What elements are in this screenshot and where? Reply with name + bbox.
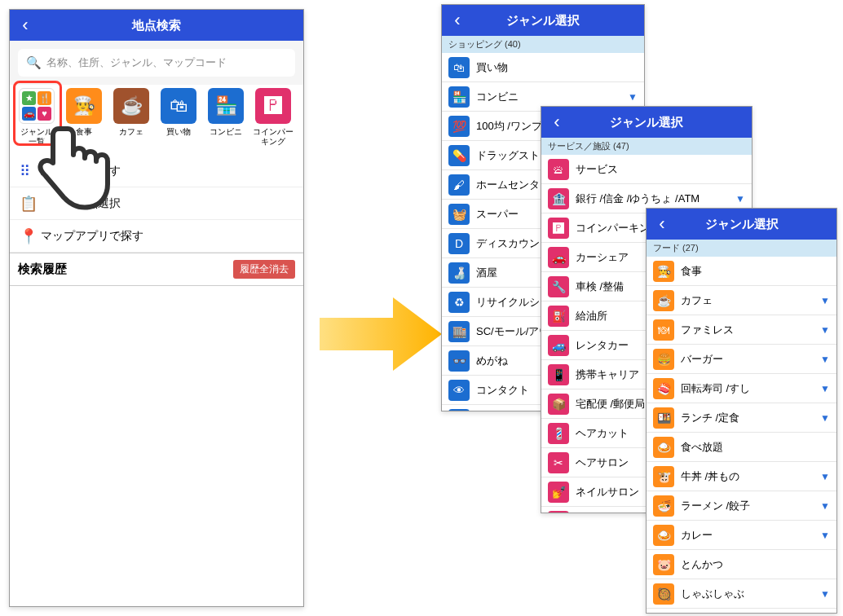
item-icon: 🅿︎ bbox=[548, 218, 569, 239]
menu-row[interactable]: 📋 点選択 bbox=[10, 187, 303, 220]
menu-icon: 📍 bbox=[20, 227, 41, 245]
category-tile[interactable]: 🏪コンビニ bbox=[204, 88, 248, 147]
item-label: ディスカウント bbox=[476, 236, 550, 251]
category-label: ジャンル 一覧 bbox=[20, 127, 53, 147]
list-item[interactable]: 👨‍🍳食事 bbox=[647, 257, 836, 286]
list-item[interactable]: 🐮牛丼 /丼もの▼ bbox=[647, 462, 836, 491]
menu-icon: 📋 bbox=[20, 195, 41, 213]
search-placeholder: 名称、住所、ジャンル、マップコード bbox=[46, 55, 227, 70]
item-label: ファミレス bbox=[681, 323, 734, 337]
item-icon: ☕ bbox=[653, 290, 674, 311]
item-label: コンビニ bbox=[476, 90, 519, 104]
section-label: ショッピング (40) bbox=[442, 36, 644, 53]
list-item[interactable]: 🍛カレー▼ bbox=[647, 521, 836, 550]
chevron-down-icon[interactable]: ▼ bbox=[820, 354, 830, 365]
list-item[interactable]: 🍣回転寿司 /すし▼ bbox=[647, 374, 836, 403]
list-item[interactable]: 🍜ラーメン /餃子▼ bbox=[647, 491, 836, 521]
category-tile[interactable]: ★🍴🚗♥ジャンル 一覧 bbox=[15, 88, 59, 147]
item-label: めがね bbox=[476, 354, 508, 368]
chevron-down-icon[interactable]: ▼ bbox=[628, 91, 638, 103]
chevron-down-icon[interactable]: ▼ bbox=[820, 471, 830, 482]
category-tile[interactable]: ☕カフェ bbox=[109, 88, 153, 147]
item-icon: 🐡 bbox=[653, 613, 674, 614]
category-icon: 🏪 bbox=[208, 88, 244, 124]
list-item[interactable]: 🛎サービス bbox=[541, 155, 752, 184]
menu-label: マップアプリで探す bbox=[41, 229, 143, 244]
chevron-down-icon[interactable]: ▼ bbox=[820, 500, 830, 512]
item-label: 車検 /整備 bbox=[576, 279, 624, 294]
search-icon: 🔍 bbox=[26, 55, 42, 70]
header: ‹ ジャンル選択 bbox=[647, 209, 836, 240]
header: ‹ ジャンル選択 bbox=[541, 107, 752, 138]
category-label: 食事 bbox=[76, 127, 92, 137]
item-label: コンタクト bbox=[476, 383, 529, 398]
menu-row[interactable]: 📍マップアプリで探す bbox=[10, 220, 303, 253]
list-item[interactable]: 🐡ふぐ bbox=[647, 609, 836, 613]
category-label: コインパーキング bbox=[251, 127, 295, 147]
search-input[interactable]: 🔍 名称、住所、ジャンル、マップコード bbox=[18, 49, 295, 77]
back-button[interactable]: ‹ bbox=[10, 10, 41, 41]
item-icon: 🚗 bbox=[548, 247, 569, 268]
menu-row[interactable]: ⠿連 で探す bbox=[10, 155, 303, 187]
header: ‹ 地点検索 bbox=[10, 10, 303, 41]
arrow-icon bbox=[320, 293, 442, 375]
item-icon: ⛽ bbox=[548, 306, 569, 327]
category-scroller[interactable]: ★🍴🚗♥ジャンル 一覧👨‍🍳食事☕カフェ🛍買い物🏪コンビニ🅿︎コインパーキング bbox=[10, 85, 303, 155]
item-label: 銀行 /信金 /ゆうちょ /ATM bbox=[576, 191, 700, 206]
menu-label: 点選択 bbox=[41, 196, 121, 211]
item-label: ホームセンター bbox=[476, 178, 550, 192]
list-item[interactable]: 🛍買い物 bbox=[442, 53, 644, 82]
category-tile[interactable]: 👨‍🍳食事 bbox=[62, 88, 106, 147]
category-tile[interactable]: 🛍買い物 bbox=[157, 88, 201, 147]
chevron-down-icon[interactable]: ▼ bbox=[820, 295, 830, 306]
item-label: レンタカー bbox=[576, 338, 629, 353]
item-label: 牛丼 /丼もの bbox=[681, 469, 739, 484]
item-icon: 🍣 bbox=[653, 378, 674, 399]
item-icon: 🍽 bbox=[653, 319, 674, 341]
category-icon: ☕ bbox=[113, 88, 149, 124]
item-icon: 🍛 bbox=[653, 437, 674, 458]
item-label: 宅配便 /郵便局 bbox=[576, 397, 645, 411]
item-label: 酒屋 bbox=[476, 266, 497, 280]
category-icon: 🅿︎ bbox=[255, 88, 291, 124]
item-icon: 🛎 bbox=[548, 159, 569, 180]
chevron-down-icon[interactable]: ▼ bbox=[820, 530, 830, 541]
item-label: ヘアカット bbox=[576, 426, 629, 441]
item-icon: 🏬 bbox=[448, 321, 470, 342]
category-icon: 👨‍🍳 bbox=[66, 88, 102, 124]
item-icon: 🎩 bbox=[548, 511, 569, 513]
list-item[interactable]: 🍛食べ放題 bbox=[647, 433, 836, 462]
list-item[interactable]: ☕カフェ▼ bbox=[647, 286, 836, 315]
back-button[interactable]: ‹ bbox=[647, 209, 677, 240]
page-title: ジャンル選択 bbox=[541, 115, 752, 130]
list-item[interactable]: 🍔バーガー▼ bbox=[647, 345, 836, 374]
clear-history-button[interactable]: 履歴全消去 bbox=[233, 260, 295, 279]
category-label: 買い物 bbox=[166, 127, 191, 137]
item-icon: ♻︎ bbox=[448, 292, 470, 313]
chevron-down-icon[interactable]: ▼ bbox=[820, 324, 830, 336]
chevron-down-icon[interactable]: ▼ bbox=[735, 193, 745, 205]
chevron-down-icon[interactable]: ▼ bbox=[820, 588, 830, 600]
item-icon: D bbox=[448, 233, 470, 254]
item-icon: 📦 bbox=[548, 394, 569, 415]
back-button[interactable]: ‹ bbox=[541, 107, 572, 138]
section-label: サービス／施設 (47) bbox=[541, 138, 752, 155]
list-item[interactable]: 🍱ランチ /定食▼ bbox=[647, 403, 836, 433]
list-item[interactable]: 🍽ファミレス▼ bbox=[647, 315, 836, 345]
item-list[interactable]: 👨‍🍳食事☕カフェ▼🍽ファミレス▼🍔バーガー▼🍣回転寿司 /すし▼🍱ランチ /定… bbox=[647, 257, 836, 613]
item-label: ドラッグストア bbox=[476, 148, 550, 163]
item-icon: ✂︎ bbox=[548, 452, 569, 473]
back-button[interactable]: ‹ bbox=[442, 5, 473, 36]
item-icon: 🍜 bbox=[653, 495, 674, 517]
list-item[interactable]: 🐷とんかつ bbox=[647, 550, 836, 579]
list-item[interactable]: 🥘しゃぶしゃぶ▼ bbox=[647, 579, 836, 609]
header: ‹ ジャンル選択 bbox=[442, 5, 644, 36]
item-icon: 👓 bbox=[448, 350, 470, 372]
category-tile[interactable]: 🅿︎コインパーキング bbox=[251, 88, 295, 147]
menu-icon: ⠿ bbox=[20, 162, 41, 180]
item-icon: 🍛 bbox=[653, 525, 674, 546]
item-icon: 🚙 bbox=[548, 335, 569, 356]
chevron-down-icon[interactable]: ▼ bbox=[820, 383, 830, 394]
chevron-down-icon[interactable]: ▼ bbox=[820, 412, 830, 424]
item-label: 給油所 bbox=[576, 309, 607, 323]
